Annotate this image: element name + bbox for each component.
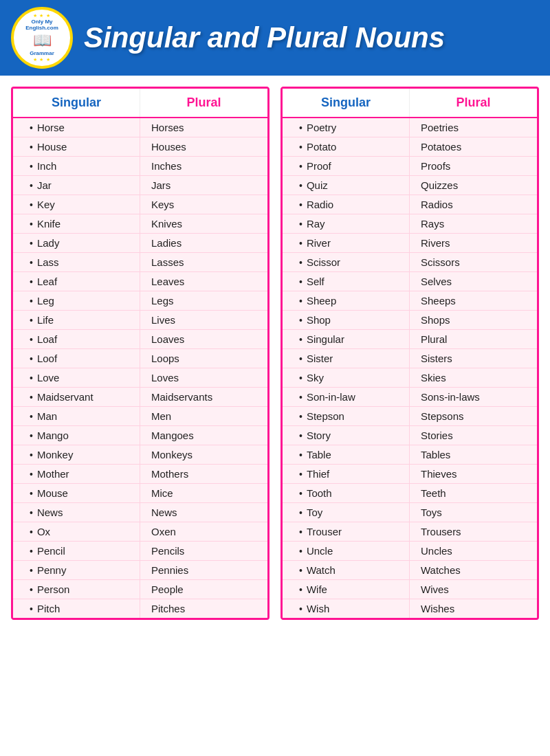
singular-cell: • Scissor: [283, 253, 410, 271]
table-row: • Proof Proofs: [283, 157, 537, 176]
singular-cell: • Quiz: [283, 176, 410, 194]
plural-word: Poetries: [421, 122, 459, 133]
table-row: • Mango Mangoes: [13, 426, 267, 445]
plural-cell: Inches: [140, 157, 267, 175]
book-icon: 📖: [33, 32, 52, 49]
plural-word: Horses: [151, 122, 184, 133]
plural-word: Inches: [151, 160, 182, 172]
plural-cell: Men: [140, 407, 267, 425]
bullet: •: [299, 469, 302, 480]
singular-word: Watch: [307, 564, 336, 576]
singular-cell: • Love: [13, 368, 140, 387]
bullet: •: [299, 257, 302, 268]
singular-cell: • Mouse: [13, 484, 140, 502]
bullet: •: [299, 584, 302, 595]
singular-cell: • Sky: [283, 368, 410, 387]
bullet: •: [299, 449, 302, 460]
plural-word: Toys: [421, 507, 442, 518]
table-row: • Wife Wives: [283, 580, 537, 599]
plural-cell: Mangoes: [140, 426, 267, 445]
plural-cell: Stepsons: [410, 407, 537, 425]
singular-cell: • River: [283, 234, 410, 252]
table-row: • Leaf Leaves: [13, 272, 267, 291]
plural-cell: Tables: [410, 445, 537, 464]
singular-word: River: [307, 237, 331, 249]
table-row: • News News: [13, 503, 267, 522]
table-row: • Stepson Stepsons: [283, 407, 537, 426]
table-row: • Self Selves: [283, 272, 537, 291]
plural-cell: Oxen: [140, 522, 267, 541]
singular-cell: • Lady: [13, 234, 140, 252]
plural-cell: Poetries: [410, 118, 537, 137]
plural-word: Stories: [421, 430, 453, 441]
plural-cell: Houses: [140, 137, 267, 156]
plural-word: Pennies: [151, 564, 188, 576]
singular-word: Knife: [37, 218, 60, 230]
singular-cell: • Poetry: [283, 118, 410, 137]
singular-cell: • Toy: [283, 503, 410, 522]
table-row: • Quiz Quizzes: [283, 176, 537, 195]
plural-cell: Mothers: [140, 465, 267, 483]
table-row: • Sister Sisters: [283, 349, 537, 368]
singular-word: Leg: [37, 295, 54, 307]
plural-cell: Loaves: [140, 330, 267, 348]
table-row: • Thief Thieves: [283, 465, 537, 484]
table-row: • Mouse Mice: [13, 484, 267, 503]
singular-word: Ray: [307, 218, 325, 230]
table-row: • Poetry Poetries: [283, 118, 537, 137]
singular-cell: • Man: [13, 407, 140, 425]
singular-cell: • Pitch: [13, 599, 140, 618]
bullet: •: [299, 488, 302, 499]
plural-cell: Shops: [410, 311, 537, 329]
bullet: •: [299, 353, 302, 364]
singular-word: Jar: [37, 179, 52, 191]
singular-cell: • Singular: [283, 330, 410, 348]
logo-top-text: Only MyEnglish.com: [25, 19, 58, 32]
plural-cell: Watches: [410, 561, 537, 579]
singular-word: Mouse: [37, 487, 68, 499]
bullet: •: [30, 315, 33, 326]
singular-cell: • Horse: [13, 118, 140, 137]
plural-cell: Toys: [410, 503, 537, 522]
table-row: • Life Lives: [13, 311, 267, 330]
plural-word: Radios: [421, 199, 453, 210]
plural-cell: Pencils: [140, 542, 267, 560]
right-table-header: Singular Plural: [283, 89, 537, 118]
left-table-body: • Horse Horses • House Houses • Inch Inc…: [13, 118, 267, 618]
table-row: • Loof Loops: [13, 349, 267, 368]
table-row: • Radio Radios: [283, 195, 537, 214]
singular-cell: • Leaf: [13, 272, 140, 291]
singular-cell: • Leg: [13, 291, 140, 310]
main-content: Singular Plural • Horse Horses • House H…: [0, 76, 550, 631]
bullet: •: [299, 334, 302, 345]
singular-word: Leaf: [37, 276, 57, 287]
singular-cell: • Table: [283, 445, 410, 464]
bullet: •: [30, 430, 33, 441]
singular-word: Wish: [307, 603, 329, 614]
plural-word: Legs: [151, 295, 174, 307]
singular-word: Radio: [307, 199, 333, 210]
table-row: • Ray Rays: [283, 214, 537, 234]
right-table-body: • Poetry Poetries • Potato Potatoes • Pr…: [283, 118, 537, 618]
table-row: • Man Men: [13, 407, 267, 426]
plural-word: Rays: [421, 218, 444, 230]
singular-cell: • Trouser: [283, 522, 410, 541]
bullet: •: [30, 507, 33, 518]
singular-cell: • Penny: [13, 561, 140, 579]
singular-cell: • Mango: [13, 426, 140, 445]
plural-cell: Radios: [410, 195, 537, 214]
singular-cell: • Wish: [283, 599, 410, 618]
bullet: •: [30, 122, 33, 133]
bullet: •: [299, 142, 302, 153]
bullet: •: [30, 469, 33, 480]
bullet: •: [30, 219, 33, 230]
singular-word: Ox: [37, 526, 50, 537]
plural-cell: Ladies: [140, 234, 267, 252]
bullet: •: [299, 219, 302, 230]
bullet: •: [299, 238, 302, 249]
singular-cell: • Uncle: [283, 542, 410, 560]
plural-cell: Jars: [140, 176, 267, 194]
singular-word: News: [37, 507, 63, 518]
singular-cell: • Radio: [283, 195, 410, 214]
singular-word: Sister: [307, 353, 333, 364]
